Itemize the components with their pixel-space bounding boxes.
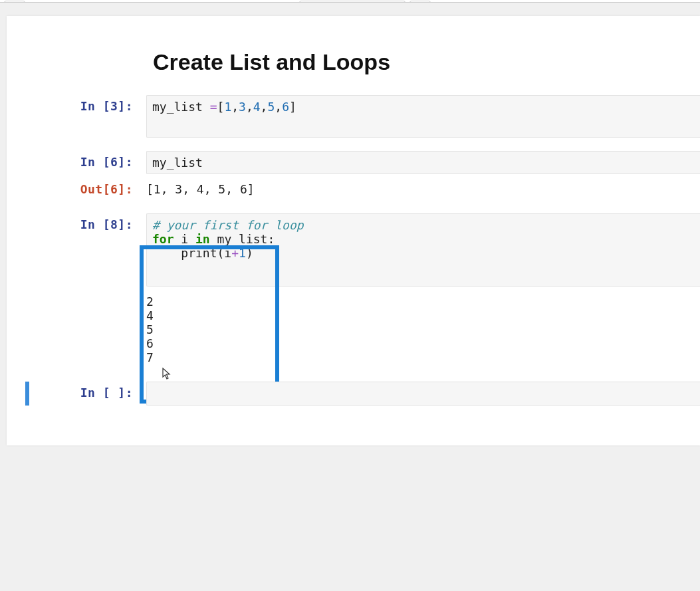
in-prompt: In [6]:: [7, 151, 140, 173]
output-text: [1, 3, 4, 5, 6]: [146, 178, 700, 200]
in-prompt: In [8]:: [7, 213, 140, 235]
out-prompt: Out[6]:: [7, 178, 140, 200]
in-prompt: In [3]:: [7, 95, 140, 117]
active-cell-indicator: [25, 382, 29, 406]
cell[interactable]: In [6]: my_list Out[6]: [1, 3, 4, 5, 6]: [7, 151, 700, 200]
code-input[interactable]: my_list =[1,3,4,5,6]: [146, 95, 700, 138]
notebook: Create List and Loops In [3]: my_list =[…: [7, 16, 700, 445]
heading: Create List and Loops: [153, 49, 700, 75]
code-input[interactable]: my_list: [146, 151, 700, 174]
notebook-scroll-area[interactable]: Create List and Loops In [3]: my_list =[…: [0, 3, 700, 485]
cell[interactable]: In [3]: my_list =[1,3,4,5,6]: [7, 95, 700, 138]
cell[interactable]: In [8]: # your first for loop for i in m…: [7, 213, 700, 368]
empty-prompt: [7, 291, 140, 298]
stdout-output: 2 4 5 6 7: [146, 291, 700, 368]
cell[interactable]: In [ ]:: [7, 382, 700, 406]
code-input[interactable]: # your first for loop for i in my_list: …: [146, 213, 700, 287]
cursor-icon: [162, 368, 173, 381]
code-input[interactable]: [146, 382, 700, 406]
